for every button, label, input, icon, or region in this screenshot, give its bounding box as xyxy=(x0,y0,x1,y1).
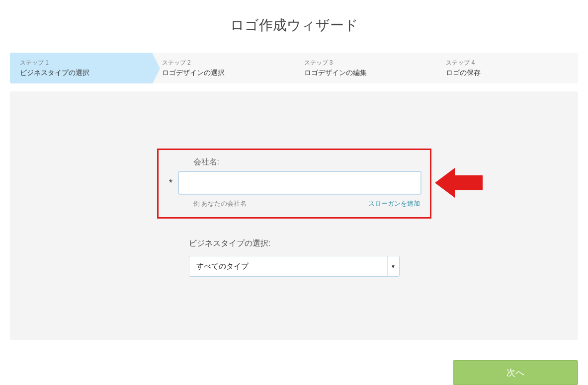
step-label: ロゴデザインの編集 xyxy=(304,69,367,77)
company-hint-row: 例 あなたの会社名 スローガンを追加 xyxy=(193,199,420,208)
step-label: ロゴデザインの選択 xyxy=(162,69,225,77)
annotation-arrow-icon xyxy=(435,165,483,202)
step-num: ステップ 3 xyxy=(304,59,426,67)
company-example: 例 あなたの会社名 xyxy=(193,199,247,208)
step-num: ステップ 4 xyxy=(446,59,568,67)
required-mark: * xyxy=(168,178,174,188)
company-highlight: 会社名: * 例 あなたの会社名 スローガンを追加 xyxy=(157,149,431,219)
step-num: ステップ 1 xyxy=(20,59,142,67)
company-field-row: * xyxy=(168,171,421,194)
business-type-section: ビジネスタイプの選択: すべてのタイプ ▼ xyxy=(189,238,400,277)
business-type-select[interactable]: すべてのタイプ ▼ xyxy=(189,256,400,277)
next-button[interactable]: 次へ xyxy=(453,360,578,385)
step-2[interactable]: ステップ 2 ロゴデザインの選択 xyxy=(152,53,294,83)
step-label: ビジネスタイプの選択 xyxy=(20,69,89,77)
business-type-label: ビジネスタイプの選択: xyxy=(189,238,400,249)
add-slogan-link[interactable]: スローガンを追加 xyxy=(368,199,420,208)
chevron-down-icon: ▼ xyxy=(387,256,399,276)
page-title: ロゴ作成ウィザード xyxy=(0,0,588,53)
step-3[interactable]: ステップ 3 ロゴデザインの編集 xyxy=(294,53,436,83)
form-panel: 会社名: * 例 あなたの会社名 スローガンを追加 ビジネスタイプの選択: すべ… xyxy=(10,91,578,340)
step-1[interactable]: ステップ 1 ビジネスタイプの選択 xyxy=(10,53,152,83)
svg-marker-0 xyxy=(435,168,483,198)
step-4[interactable]: ステップ 4 ロゴの保存 xyxy=(436,53,578,83)
company-name-input[interactable] xyxy=(178,171,421,194)
step-label: ロゴの保存 xyxy=(446,69,481,77)
company-label: 会社名: xyxy=(193,157,421,167)
step-num: ステップ 2 xyxy=(162,59,284,67)
business-type-selected: すべてのタイプ xyxy=(189,262,387,271)
steps-bar: ステップ 1 ビジネスタイプの選択 ステップ 2 ロゴデザインの選択 ステップ … xyxy=(10,53,578,83)
